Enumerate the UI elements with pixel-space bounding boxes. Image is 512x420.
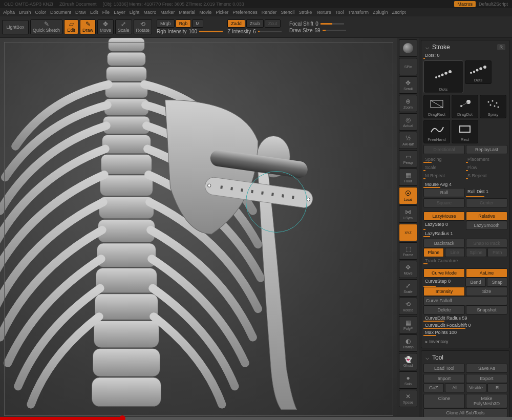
toolstrip-polyf[interactable]: ▦PolyF [399,316,417,333]
menu-color[interactable]: Color [35,10,47,15]
scale-slider[interactable]: Scale [423,164,465,171]
toolstrip-zoom[interactable]: ⊕Zoom [399,95,417,112]
size-button[interactable]: Size [466,287,507,296]
placement-slider[interactable]: Placement [466,156,507,163]
toolstrip-actual[interactable]: ◎Actual [399,113,417,131]
goz-all-button[interactable]: All [445,383,465,392]
stroke-thumb-dragdot[interactable]: DragDot [452,95,478,118]
menu-transform[interactable]: Transform [348,10,369,15]
toolstrip-move[interactable]: ✥Move [399,261,417,278]
toolstrip-persp[interactable]: ▭Persp [399,150,417,167]
menu-picker[interactable]: Picker [216,10,228,15]
menu-document[interactable]: Document [50,10,71,15]
menu-stencil[interactable]: Stencil [281,10,294,15]
tool-panel-header[interactable]: ⌵ Tool [423,353,507,362]
as-line-button[interactable]: AsLine [466,268,507,278]
toolstrip-scale[interactable]: ⤢Scale [399,279,417,297]
clone-all-subtools-button[interactable]: Clone All SubTools [423,408,507,417]
video-progress-bar[interactable] [0,417,512,420]
max-points-slider[interactable]: Max Points 100 [423,329,507,336]
menu-preferences[interactable]: Preferences [232,10,258,15]
menu-alpha[interactable]: Alpha [3,10,15,15]
replay-last-button[interactable]: ReplayLast [466,145,507,154]
lightbox-button[interactable]: LightBox [2,20,29,34]
goz-visible-button[interactable]: Visible [466,383,486,392]
menu-file[interactable]: File [102,10,110,15]
default-script-button[interactable]: DefaultZScript [479,2,508,7]
toolstrip-lsym[interactable]: ⋈LSym [399,205,417,223]
menu-brush[interactable]: Brush [19,10,31,15]
zsub-button[interactable]: Zsub [246,19,264,28]
viewport[interactable] [0,38,397,420]
inventory-section[interactable]: ▸ Inventory [423,338,507,346]
toolstrip-spix[interactable]: SPix [399,58,417,75]
stroke-thumb-spray[interactable]: Spray [480,95,506,118]
m-button[interactable]: M [192,19,203,28]
toolstrip-rotate[interactable]: ⟲Rotate [399,298,417,315]
menu-marker[interactable]: Marker [160,10,175,15]
import-button[interactable]: Import [423,374,465,383]
rgb-intensity-slider[interactable] [199,31,223,32]
curve-step-slider[interactable]: CurveStep 0 [423,278,464,287]
macros-button[interactable]: Macros [454,1,476,7]
roll-button[interactable]: Roll [423,188,465,197]
menu-macro[interactable]: Macro [143,10,156,15]
rotate-button[interactable]: ⟲Rotate [134,19,153,34]
snap-button[interactable]: Snap [487,278,507,287]
menu-material[interactable]: Material [179,10,195,15]
clone-button[interactable]: Clone [423,394,465,408]
save-as-button[interactable]: Save As [466,364,507,373]
toolstrip-frame[interactable]: ⬚Frame [399,242,417,260]
menu-stroke[interactable]: Stroke [298,10,312,15]
draw-button[interactable]: ✎Draw [80,19,96,34]
toolstrip-transp[interactable]: ◐Transp [399,334,417,352]
flow-slider[interactable]: Flow [466,164,507,171]
stroke-thumb-freehand[interactable]: FreeHand [423,120,450,143]
mrgb-button[interactable]: Mrgb [157,19,175,28]
toolstrip-local[interactable]: ⦿Local [399,187,417,204]
curve-falloff-button[interactable]: Curve Falloff [423,296,507,305]
square-button[interactable]: Square [423,198,465,207]
stroke-thumb-dots[interactable]: Dots [465,60,492,84]
menu-texture[interactable]: Texture [316,10,331,15]
toolstrip-aahalf[interactable]: ½AAHalf [399,132,417,149]
toolstrip-solo[interactable]: ●Solo [399,371,417,389]
plane-button[interactable]: Plane [423,248,444,257]
relative-button[interactable]: Relative [466,212,507,221]
toolstrip-scroll[interactable]: ✥Scroll [399,76,417,94]
menu-draw[interactable]: Draw [75,10,86,15]
track-curvature-slider[interactable]: Track Curvature [423,257,507,264]
toolstrip-xpose[interactable]: ✕Xpose [399,390,417,407]
mouse-avg-slider[interactable]: Mouse Avg 4 [423,181,507,188]
intensity-button[interactable]: Intensity [423,287,465,296]
lazy-radius-slider[interactable]: LazyRadius 1 [423,230,507,237]
menu-layer[interactable]: Layer [114,10,125,15]
focal-shift-slider[interactable] [321,23,344,25]
goz-button[interactable]: GoZ [423,383,444,392]
stroke-thumb-dots[interactable]: Dots [423,60,463,93]
zadd-button[interactable]: Zadd [227,19,245,28]
toolstrip-ghost[interactable]: 👻Ghost [399,353,417,370]
export-button[interactable]: Export [466,374,507,383]
scale-button[interactable]: ⤢Scale [115,19,132,34]
menu-movie[interactable]: Movie [199,10,211,15]
goz-r-button[interactable]: R [487,383,508,392]
lazy-smooth-button[interactable]: LazySmooth [466,221,507,230]
toolstrip-floor[interactable]: ▦Floor [399,169,417,186]
stroke-value-slider[interactable]: Dots: 0 [423,52,507,59]
roll-dist-slider[interactable]: Roll Dist 1 [466,188,507,197]
snapshot-button[interactable]: Snapshot [466,305,507,314]
draw-size-slider[interactable] [323,30,346,31]
stroke-thumb-dragrect[interactable]: DragRect [423,95,450,118]
lazy-step-slider[interactable]: LazyStep 0 [423,221,465,230]
menu-zscript[interactable]: Zscript [392,10,406,15]
zcut-button[interactable]: Zcut [265,19,281,28]
line-button[interactable]: Line [445,248,465,257]
move-button[interactable]: ✥Move [97,19,114,34]
reset-button[interactable]: R [497,44,506,50]
center-button[interactable]: Center [466,198,507,207]
backtrack-button[interactable]: Backtrack [423,239,465,248]
lazy-mouse-button[interactable]: LazyMouse [423,212,465,221]
menu-light[interactable]: Light [130,10,140,15]
toolstrip-sphere[interactable] [399,39,417,57]
